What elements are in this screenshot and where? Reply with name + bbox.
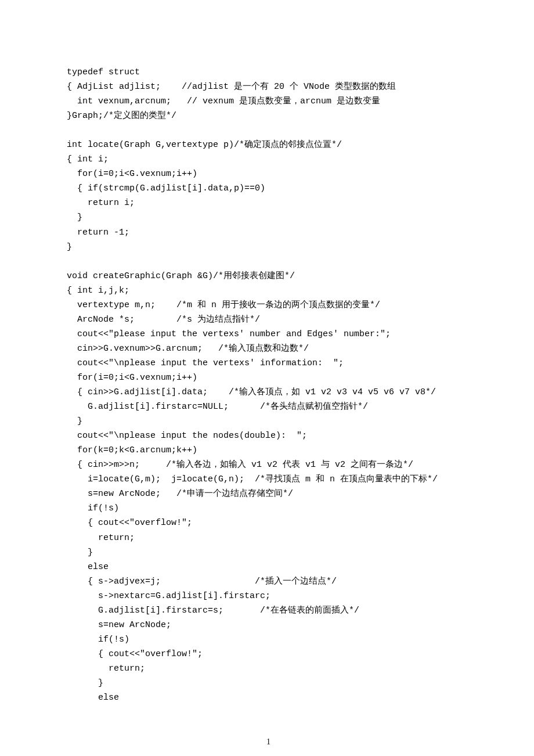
code-block: typedef struct { AdjList adjlist; //adjl…	[67, 65, 470, 705]
page-number: 1	[67, 735, 470, 748]
